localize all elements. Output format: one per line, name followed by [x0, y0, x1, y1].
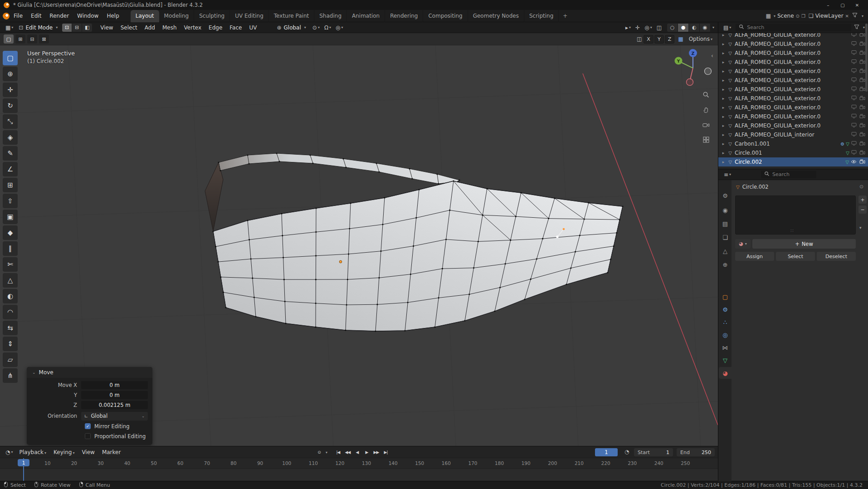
properties-tab-constraints[interactable]: ⋈ [719, 342, 731, 353]
mirror-axis-y-button[interactable]: Y [654, 35, 664, 44]
snap-button[interactable]: Ω▾ [322, 24, 333, 32]
disable-render-camera-icon[interactable] [859, 95, 865, 102]
outliner-item-alfa-romeo-giulia-exterior-0[interactable]: ▸▽ALFA_ROMEO_GIULIA_exterior.0 [718, 85, 868, 94]
tool-smooth[interactable]: ◠ [3, 305, 18, 319]
minimize-button[interactable]: – [821, 0, 835, 10]
workspace-tab-rendering[interactable]: Rendering [385, 10, 423, 22]
mirror-editing-checkbox[interactable]: ✓ [85, 423, 91, 429]
properties-tab-material[interactable]: ◕ [719, 367, 731, 379]
properties-tab-physics[interactable]: ◎ [719, 329, 731, 341]
disable-viewport-icon[interactable] [851, 122, 857, 129]
chevron-down-icon[interactable]: ▾ [326, 450, 327, 455]
play-reverse-button[interactable]: ◀ [353, 448, 361, 457]
disable-render-camera-icon[interactable] [859, 150, 865, 156]
move-x-field[interactable]: 0 m [81, 381, 148, 389]
disclosure-triangle-icon[interactable]: ▸ [720, 42, 727, 46]
workspace-tab-animation[interactable]: Animation [347, 10, 385, 22]
workspace-tab-sculpting[interactable]: Sculpting [194, 10, 230, 22]
browse-material-button[interactable]: ◕ ▾ [735, 239, 751, 249]
new-scene-icon[interactable]: ❐ [801, 14, 805, 19]
outliner-scrollbar[interactable] [865, 24, 868, 92]
outliner-item-alfa-romeo-giulia-exterior-0[interactable]: ▸▽ALFA_ROMEO_GIULIA_exterior.0 [718, 49, 868, 58]
pivot-point-button[interactable]: ⊙▾ [311, 24, 322, 32]
tool-extrude-region[interactable]: ⇧ [3, 194, 18, 208]
editor-type-button[interactable]: ▦ ▾ [4, 24, 15, 32]
tool-select-box[interactable]: ▢ [3, 51, 18, 65]
disable-viewport-icon[interactable] [851, 113, 857, 120]
orientation-dropdown[interactable]: ∟ Global ⌄ [81, 412, 148, 421]
disclosure-triangle-icon[interactable]: ▸ [720, 151, 727, 155]
viewport-menu-select[interactable]: Select [117, 23, 141, 32]
disable-render-camera-icon[interactable] [859, 68, 865, 74]
snap-base-icon[interactable]: ▦ [678, 36, 683, 42]
disable-viewport-icon[interactable] [851, 141, 857, 147]
play-button[interactable]: ▶ [362, 448, 371, 457]
disable-render-camera-icon[interactable] [859, 104, 865, 111]
tool-shrink-fatten[interactable]: ⇕ [3, 337, 18, 351]
tool-transform[interactable]: ◈ [3, 130, 18, 145]
disclosure-triangle-icon[interactable]: ▸ [720, 114, 727, 119]
menu-window[interactable]: Window [73, 11, 102, 21]
pin-icon[interactable]: ⊙ [796, 14, 800, 19]
properties-tab-tool[interactable]: ⚙ [719, 190, 731, 201]
disable-render-camera-icon[interactable] [859, 77, 865, 83]
scene-selector[interactable]: ▦ ▾ Scene ⊙ ❐ [766, 13, 805, 19]
workspace-tab-layout[interactable]: Layout [131, 10, 159, 22]
disclosure-triangle-icon[interactable]: ▸ [720, 51, 727, 55]
tool-knife[interactable]: ✄ [3, 257, 18, 272]
outliner-search-input[interactable]: Search [736, 24, 851, 31]
outliner-item-circle-001[interactable]: ▸▽Circle.001▽ [718, 148, 868, 157]
show-overlays-button[interactable]: ◎▾ [643, 24, 654, 32]
disclosure-triangle-icon[interactable]: ▸ [720, 96, 727, 101]
outliner-item-alfa-romeo-giulia-exterior-0[interactable]: ▸▽ALFA_ROMEO_GIULIA_exterior.0 [718, 58, 868, 67]
transform-orientation-dropdown[interactable]: ⊕ Global ▾ [277, 24, 306, 31]
mirror-axis-z-button[interactable]: Z [665, 35, 675, 44]
show-gizmo-button[interactable]: ✛ [634, 24, 642, 32]
disable-render-camera-icon[interactable] [859, 159, 865, 165]
disclosure-triangle-icon[interactable]: ▸ [720, 160, 727, 164]
view-layer-selector[interactable]: ❏ ViewLayer ✕ [809, 13, 849, 19]
disclosure-triangle-icon[interactable]: ▸ [720, 132, 727, 137]
workspace-tab-uv-editing[interactable]: UV Editing [230, 10, 269, 22]
disclosure-triangle-icon[interactable]: ▸ [720, 60, 727, 64]
menu-edit[interactable]: Edit [27, 11, 45, 21]
move-z-field[interactable]: 0.002125 m [81, 401, 148, 409]
select-button[interactable]: Select [776, 252, 815, 261]
playhead-badge[interactable]: 1 [18, 459, 29, 466]
disable-render-camera-icon[interactable] [859, 86, 865, 93]
face-select-button[interactable]: ◧ [82, 24, 92, 32]
properties-tab-output[interactable]: ▤ [719, 218, 731, 230]
outliner-item-alfa-romeo-giulia-exterior-0[interactable]: ▸▽ALFA_ROMEO_GIULIA_exterior.0 [718, 121, 868, 130]
new-material-button[interactable]: + New [752, 239, 856, 249]
tool-annotate[interactable]: ✎ [3, 146, 18, 161]
chevron-down-icon[interactable]: ▾ [862, 14, 863, 18]
properties-tab-render[interactable]: ◉ [719, 204, 731, 216]
menu-help[interactable]: Help [102, 11, 123, 21]
timeline-editor-type-button[interactable]: ◔ ▾ [4, 448, 15, 456]
select-mode-new-button[interactable]: ▢ [4, 34, 14, 44]
viewport-menu-mesh[interactable]: Mesh [159, 23, 180, 32]
disclosure-triangle-icon[interactable]: ▸ [720, 78, 727, 83]
deselect-button[interactable]: Deselect [817, 252, 856, 261]
assign-button[interactable]: Assign [735, 252, 774, 261]
properties-tab-world[interactable]: ⊕ [719, 259, 731, 270]
pin-id-icon[interactable]: ⊙ [859, 184, 863, 190]
disable-viewport-icon[interactable] [851, 77, 857, 83]
tool-measure[interactable]: ∠ [3, 162, 18, 176]
outliner-item-alfa-romeo-giulia-exterior-0[interactable]: ▸▽ALFA_ROMEO_GIULIA_exterior.0 [718, 76, 868, 85]
outliner-item-circle-002[interactable]: ▸▽Circle.002▽ [718, 157, 868, 166]
zoom-icon[interactable] [700, 89, 712, 101]
shading-options-caret[interactable]: ▾ [712, 25, 714, 29]
outliner-item-alfa-romeo-giulia-exterior-0[interactable]: ▸▽ALFA_ROMEO_GIULIA_exterior.0 [718, 112, 868, 121]
disclosure-triangle-icon[interactable]: ▸ [720, 105, 727, 110]
select-mode-extend-button[interactable]: ⊞ [15, 34, 25, 44]
outliner-item-carbon1-001[interactable]: ▸▽Carbon1.001⚙▽ [718, 139, 868, 148]
proportional-editing-button[interactable]: ◎▾ [334, 24, 345, 32]
workspace-tab-geometry-nodes[interactable]: Geometry Nodes [468, 10, 524, 22]
properties-tab-object-data[interactable]: ▽ [719, 354, 731, 366]
chevron-down-icon[interactable]: ▾ [863, 25, 865, 29]
shading-rendered-button[interactable]: ◉ [700, 24, 711, 32]
shading-wireframe-button[interactable]: ○ [667, 24, 678, 32]
shading-solid-button[interactable]: ● [678, 24, 689, 32]
properties-tab-modifiers[interactable]: ⚙ [719, 303, 731, 315]
